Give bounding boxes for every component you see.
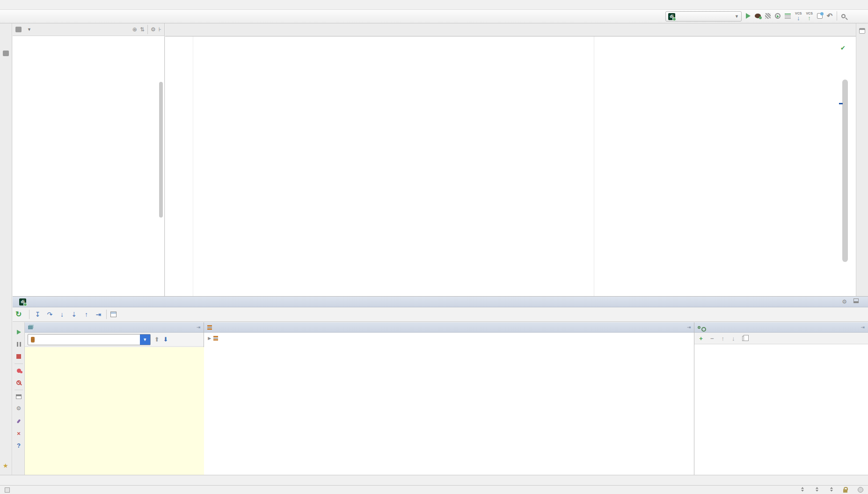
django-run-config-icon: dj	[19, 298, 26, 305]
debugger-side-toolbar: ⚙ × ?	[13, 322, 25, 475]
run-configuration-select[interactable]: dj ▼	[665, 11, 742, 22]
menu-bar	[0, 0, 868, 10]
no-watches-message	[694, 345, 868, 475]
move-watch-up-button[interactable]: ↑	[721, 335, 724, 342]
vcs-branch-select[interactable]	[829, 487, 833, 493]
hide-panel-button[interactable]: ⊦	[159, 26, 161, 33]
toolbar-separator	[29, 310, 29, 319]
hide-panel-button[interactable]	[853, 298, 859, 303]
previous-frame-button[interactable]: ⬆	[154, 336, 160, 343]
watches-pane-header: ⇥	[694, 322, 868, 333]
search-everywhere-button[interactable]	[841, 14, 846, 18]
gear-icon[interactable]: ⚙	[151, 26, 156, 33]
variables-pane: ⇥ ▶	[204, 322, 694, 475]
restore-layout-button[interactable]	[15, 393, 22, 400]
inspector-hector-icon[interactable]	[858, 487, 863, 493]
evaluate-expression-button[interactable]	[110, 312, 117, 317]
project-tool-icon	[3, 51, 9, 56]
project-tree-scrollbar[interactable]	[159, 82, 163, 218]
next-frame-button[interactable]: ⬇	[163, 336, 168, 343]
view-breakpoints-button[interactable]	[15, 367, 22, 374]
line-separator-select[interactable]	[800, 487, 804, 493]
project-icon	[15, 27, 22, 32]
debug-title-bar: dj ⚙	[13, 297, 868, 307]
mute-breakpoints-button[interactable]	[15, 379, 22, 386]
thread-icon	[31, 337, 35, 342]
move-watch-down-button[interactable]: ↓	[732, 335, 735, 342]
inspections-ok-icon: ✔	[840, 44, 846, 51]
watches-toolbar: + − ↑ ↓	[694, 333, 868, 344]
vcs-commit-button[interactable]: VCS↑	[806, 11, 812, 21]
watches-pane: ⇥ + − ↑ ↓	[694, 322, 868, 475]
run-toolbar: VCS↓ VCS↑ ↶	[746, 11, 846, 21]
variables-pane-header: ⇥	[204, 322, 694, 333]
pin-icon[interactable]: ⇥	[861, 325, 865, 330]
rerun-button[interactable]: ↻	[15, 311, 22, 318]
copy-icon[interactable]	[742, 336, 746, 341]
help-button[interactable]: ?	[15, 442, 22, 449]
vcs-update-button[interactable]: VCS↓	[795, 11, 802, 21]
variables-icon	[207, 325, 212, 330]
frames-list	[25, 347, 207, 475]
favorites-star-icon: ★	[3, 462, 8, 469]
chevron-updown-icon	[815, 487, 818, 492]
add-watch-button[interactable]: +	[699, 335, 703, 342]
status-bar	[0, 485, 868, 494]
object-icon	[213, 336, 218, 341]
pin-tab-button[interactable]	[15, 418, 22, 425]
resume-button[interactable]	[15, 329, 22, 336]
step-into-my-code-button[interactable]: ⇣	[70, 311, 78, 318]
show-execution-point-button[interactable]: ↧	[33, 311, 42, 318]
undo-button[interactable]: ↶	[827, 13, 833, 19]
run-manage-task-button[interactable]	[785, 14, 791, 19]
run-to-cursor-button[interactable]: ⇥	[94, 311, 102, 318]
frames-pane-header: ⇥	[25, 322, 204, 333]
profiler-button[interactable]	[775, 13, 780, 19]
settings-gear-icon[interactable]: ⚙	[15, 405, 22, 412]
left-tool-window-stripe: ★	[0, 23, 12, 475]
expand-arrow-icon[interactable]: ▶	[208, 336, 211, 341]
encoding-select[interactable]	[814, 487, 818, 493]
project-panel-header: ▼ ⊕ ⇅ ⚙ ⊦	[13, 23, 164, 36]
project-view-select[interactable]: ▼	[15, 27, 31, 32]
variable-row[interactable]: ▶	[204, 333, 694, 343]
locate-file-button[interactable]: ⊕	[132, 26, 137, 33]
pause-button[interactable]	[15, 341, 22, 348]
collapse-all-button[interactable]: ⇅	[140, 26, 145, 33]
execution-line-marker	[839, 103, 843, 104]
right-tool-window-stripe	[856, 23, 868, 296]
watches-icon	[698, 326, 700, 329]
gear-icon[interactable]: ⚙	[842, 298, 847, 305]
close-icon[interactable]: ×	[15, 430, 22, 437]
step-out-button[interactable]: ↑	[82, 311, 90, 318]
database-tool-icon	[859, 28, 865, 34]
chevron-down-icon: ▼	[27, 27, 31, 32]
debug-tool-window: dj ⚙ ↻ ↧ ↷ ↓ ⇣ ↑ ⇥ ⚙ × ?	[13, 296, 868, 475]
editor-tab-bar	[165, 23, 856, 36]
debug-toolbar: ↻ ↧ ↷ ↓ ⇣ ↑ ⇥	[13, 307, 868, 322]
thread-select[interactable]: ▼	[28, 334, 151, 345]
frames-pane: ⇥ ▼ ⬆ ⬇	[25, 322, 204, 475]
frames-icon	[28, 326, 33, 329]
editor-area: ✔	[165, 23, 856, 296]
toolbar-separator	[837, 11, 837, 21]
project-panel: ▼ ⊕ ⇅ ⚙ ⊦	[13, 23, 165, 296]
stop-button[interactable]	[15, 353, 22, 360]
step-over-button[interactable]: ↷	[45, 311, 54, 318]
chevron-down-icon: ▼	[735, 14, 739, 19]
lock-icon[interactable]	[843, 489, 847, 493]
step-into-button[interactable]: ↓	[58, 311, 66, 318]
code-editor[interactable]	[165, 36, 856, 296]
debug-button[interactable]	[755, 14, 761, 18]
toolbar-separator	[106, 310, 107, 319]
run-button[interactable]	[746, 13, 751, 19]
pin-icon[interactable]: ⇥	[687, 325, 691, 330]
shelve-icon[interactable]	[817, 13, 823, 19]
pin-icon[interactable]: ⇥	[197, 325, 200, 330]
thread-dropdown-button[interactable]: ▼	[140, 334, 150, 345]
editor-scrollbar[interactable]	[842, 80, 848, 262]
background-task-icon	[5, 487, 10, 493]
remove-watch-button[interactable]: −	[710, 335, 714, 342]
django-run-config-icon: dj	[668, 13, 675, 20]
coverage-button[interactable]	[765, 13, 771, 19]
